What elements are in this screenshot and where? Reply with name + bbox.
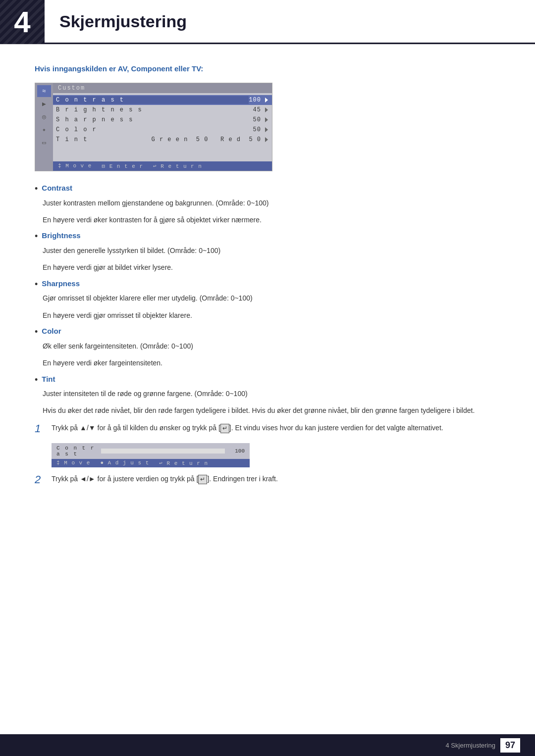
bullet-desc-0a: Juster kontrasten mellom gjenstandene og…: [43, 198, 500, 208]
arrow-icon-1: [265, 107, 268, 112]
tv-item-label-1: B r i g h t n e s s: [53, 106, 253, 114]
bullet-dot-2: •: [35, 279, 38, 290]
bullet-desc-3b: En høyere verdi øker fargeintensiteten.: [43, 357, 500, 368]
tv-item-value-4: G r e e n 5 0 R e d 5 0: [152, 136, 272, 143]
step-1: 1 Trykk på ▲/▼ for å gå til kilden du øn…: [35, 422, 500, 435]
bullet-term-4: Tint: [42, 375, 55, 383]
bullet-content-2: Sharpness: [42, 279, 80, 290]
main-content: Hvis inngangskilden er AV, Component ell…: [0, 45, 535, 534]
tv-menu-footer: ‡ M o v e ⊟ E n t e r ↩ R e t u r n: [53, 161, 272, 171]
arrow-icon-2: [265, 117, 268, 122]
page-header: 4 Skjermjustering: [0, 0, 535, 45]
tv-item-value-1: 45: [253, 106, 272, 113]
arrow-icon-3: [265, 127, 268, 132]
footer-move: ‡ M o v e: [58, 163, 92, 169]
bullet-desc-4a: Juster intensiteten til de røde og grønn…: [43, 388, 500, 399]
tv-menu-items: C o n t r a s t 100 B r i g h t n e s s …: [53, 93, 272, 161]
step-number-2: 2: [35, 473, 45, 486]
sidebar-icon-0: ≈: [37, 85, 51, 97]
bullet-item-contrast: • Contrast: [35, 184, 500, 195]
cbar-footer-return: ↩ R e t u r n: [159, 460, 208, 466]
contrast-bar-main-row: C o n t r a s t 100: [52, 443, 250, 459]
footer-return: ↩ R e t u r n: [153, 163, 202, 169]
tv-sidebar: ≈ ▶ ◎ ✦ ▭: [35, 83, 53, 171]
contrast-bar-widget: C o n t r a s t 100 ‡ M o v e ● A d j u …: [52, 443, 250, 467]
footer-page-number: 97: [500, 738, 520, 753]
bullet-content-0: Contrast: [42, 184, 72, 194]
bullet-term-2: Sharpness: [42, 279, 80, 288]
tv-menu-mockup: ≈ ▶ ◎ ✦ ▭ Custom C o n t r a s t 100: [35, 83, 272, 171]
arrow-icon-4: [265, 137, 268, 142]
step-1-text: Trykk på ▲/▼ for å gå til kilden du ønsk…: [52, 422, 500, 433]
tv-menu-header-label: Custom: [53, 83, 272, 93]
bullet-desc-2a: Gjør omrisset til objekter klarere eller…: [43, 293, 500, 303]
bullet-item-tint: • Tint: [35, 375, 500, 386]
bullet-term-1: Brightness: [42, 231, 80, 240]
bullet-list: • Contrast Juster kontrasten mellom gjen…: [35, 184, 500, 416]
bullet-item-color: • Color: [35, 327, 500, 338]
cbar-footer-move: ‡ M o v e: [56, 460, 90, 466]
tv-menu-item-color: C o l o r 50: [53, 125, 272, 135]
footer-chapter-label: 4 Skjermjustering: [446, 742, 495, 749]
contrast-bar-label: C o n t r a s t: [56, 445, 96, 457]
chapter-number-box: 4: [0, 0, 45, 44]
tv-item-label-4: T i n t: [53, 136, 152, 144]
contrast-bar-track: [101, 449, 225, 454]
page-footer: 4 Skjermjustering 97: [0, 734, 535, 756]
sidebar-icon-3: ✦: [37, 124, 51, 136]
arrow-icon-0: [265, 98, 268, 102]
tv-menu-item-brightness: B r i g h t n e s s 45: [53, 105, 272, 115]
tv-item-label-0: C o n t r a s t: [53, 96, 249, 104]
section-heading: Hvis inngangskilden er AV, Component ell…: [35, 64, 500, 73]
bullet-desc-4b: Hvis du øker det røde nivået, blir den r…: [43, 405, 500, 416]
tv-menu-item-contrast: C o n t r a s t 100: [53, 95, 272, 105]
step-2: 2 Trykk på ◄/► for å justere verdien og …: [35, 473, 500, 486]
bullet-item-brightness: • Brightness: [35, 231, 500, 242]
bullet-item-sharpness: • Sharpness: [35, 279, 500, 290]
contrast-bar-fill: [101, 449, 225, 454]
tv-item-value-2: 50: [253, 116, 272, 123]
chapter-title: Skjermjustering: [59, 12, 187, 31]
bullet-content-1: Brightness: [42, 231, 80, 242]
tv-menu-spacer: [53, 145, 272, 159]
bullet-desc-2b: En høyere verdi gjør omrisset til objekt…: [43, 310, 500, 321]
enter-icon-1: ↵: [220, 424, 229, 433]
contrast-bar-value: 100: [230, 448, 245, 454]
contrast-bar-footer: ‡ M o v e ● A d j u s t ↩ R e t u r n: [52, 459, 250, 467]
sidebar-icon-2: ◎: [37, 111, 51, 123]
tv-item-label-2: S h a r p n e s s: [53, 116, 253, 124]
bullet-term-3: Color: [42, 327, 61, 335]
bullet-dot-3: •: [35, 327, 38, 338]
enter-icon-2: ↵: [198, 475, 207, 484]
bullet-desc-0b: En høyere verdi øker kontrasten for å gj…: [43, 214, 500, 225]
tv-item-value-3: 50: [253, 126, 272, 133]
bullet-desc-3a: Øk eller senk fargeintensiteten. (Område…: [43, 341, 500, 352]
footer-enter: ⊟ E n t e r: [102, 163, 143, 169]
sidebar-icon-4: ▭: [37, 137, 51, 149]
sidebar-icon-1: ▶: [37, 98, 51, 110]
tv-item-value-0: 100: [249, 97, 272, 103]
bullet-term-0: Contrast: [42, 184, 72, 192]
bullet-dot-4: •: [35, 375, 38, 386]
tv-menu-item-tint: T i n t G r e e n 5 0 R e d 5 0: [53, 135, 272, 145]
tv-menu-main: Custom C o n t r a s t 100 B r i g h t n…: [53, 83, 272, 171]
step-number-1: 1: [35, 422, 45, 435]
chapter-title-box: Skjermjustering: [45, 0, 535, 44]
bullet-content-4: Tint: [42, 375, 55, 385]
bullet-dot-1: •: [35, 231, 38, 242]
tv-item-label-3: C o l o r: [53, 126, 253, 134]
step-2-text: Trykk på ◄/► for å justere verdien og tr…: [52, 473, 500, 484]
bullet-dot-0: •: [35, 184, 38, 195]
bullet-desc-1a: Juster den generelle lysstyrken til bild…: [43, 245, 500, 256]
bullet-content-3: Color: [42, 327, 61, 337]
bullet-desc-1b: En høyere verdi gjør at bildet virker ly…: [43, 262, 500, 273]
tv-menu-item-sharpness: S h a r p n e s s 50: [53, 115, 272, 125]
cbar-footer-adjust: ● A d j u s t: [100, 460, 149, 466]
